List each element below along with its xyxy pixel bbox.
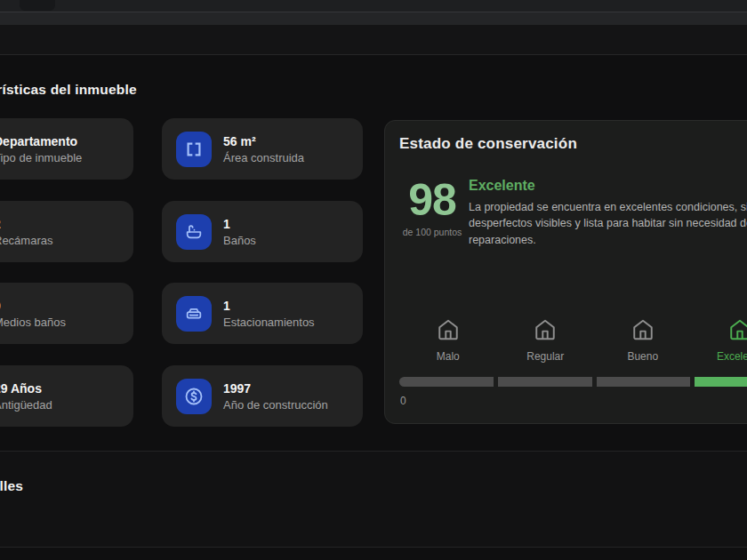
card-label: Año de construcción [223,398,328,412]
card-year-built: 1997 Año de construcción [162,365,363,427]
details-section-title: Detalles [0,478,23,494]
page-header-strip [0,25,747,55]
card-value: 2 [0,217,52,231]
card-value: 29 Años [0,381,52,396]
card-label: Baños [223,234,256,247]
conservation-score: 98 de 100 puntos [399,178,465,248]
card-half-baths: 0 Medios baños [0,283,133,344]
conservation-status: Excelente [469,178,747,194]
top-bar-tab [20,0,55,11]
conservation-levels: Malo Regular Bueno [399,318,747,363]
level-malo: Malo [399,318,497,363]
bathtub-icon [176,214,212,250]
card-property-type: Departamento Tipo de inmueble [0,118,133,180]
level-label: Excelente [717,350,747,363]
card-label: Tipo de inmueble [0,151,82,164]
features-section-title: Características del inmueble [0,82,137,98]
house-icon [631,318,655,341]
property-detail-page: Características del inmueble Departament… [0,0,747,560]
card-value: Departamento [0,134,82,148]
bar-segment-malo [399,377,494,387]
level-excelente: Excelente [692,318,747,363]
card-label: Estacionamientos [223,316,315,329]
score-caption: de 100 puntos [403,227,462,237]
level-regular: Regular [497,318,595,363]
card-age: 29 Años Antigüedad [0,365,133,427]
card-value: 1 [223,299,315,313]
level-bueno: Bueno [594,318,692,363]
conservation-progress-bar [399,377,747,387]
conservation-panel: Estado de conservación 98 de 100 puntos … [384,120,747,424]
level-label: Regular [526,350,564,363]
dollar-icon [176,379,212,414]
house-icon [437,318,460,341]
house-icon [534,318,557,341]
card-value: 1 [223,217,256,231]
car-icon [176,296,212,332]
bar-segment-regular [498,377,592,387]
top-bar [0,0,747,12]
area-brackets-icon [176,132,212,167]
bar-segment-excelente [695,377,747,387]
card-label: Área construida [223,151,304,164]
card-bathrooms: 1 Baños [162,201,363,262]
section-divider [0,547,747,548]
card-value: 56 m² [223,134,304,148]
level-label: Bueno [627,350,658,363]
scale-start-label: 0 [400,395,406,407]
card-label: Antigüedad [0,398,52,412]
details-section [0,452,747,547]
level-label: Malo [437,350,460,363]
bar-segment-bueno [597,377,691,387]
conservation-description: La propiedad se encuentra en excelentes … [469,199,747,248]
card-label: Medios baños [0,316,66,329]
card-value: 1997 [223,381,328,396]
secondary-top-bar [0,12,747,25]
card-label: Recámaras [0,234,52,247]
score-number: 98 [408,178,456,222]
house-icon [728,318,747,341]
conservation-title: Estado de conservación [399,135,747,153]
card-value: 0 [0,299,66,313]
card-built-area: 56 m² Área construida [162,118,363,180]
card-bedrooms: 2 Recámaras [0,201,133,262]
card-parking: 1 Estacionamientos [162,283,363,344]
